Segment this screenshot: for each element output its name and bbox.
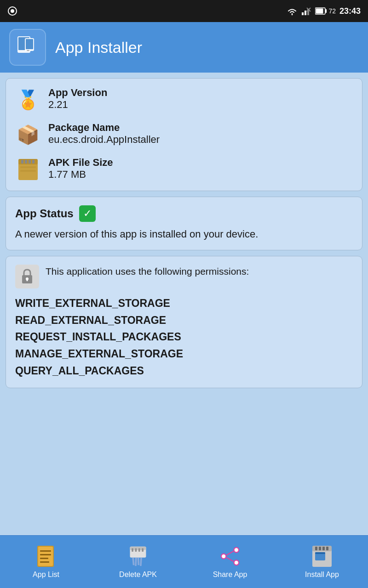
svg-rect-28 xyxy=(40,550,51,552)
app-header-icon xyxy=(9,29,46,66)
shredder-icon xyxy=(127,545,149,568)
notebook-icon xyxy=(35,545,57,568)
svg-point-47 xyxy=(222,554,226,558)
app-header: App Installer xyxy=(0,22,368,73)
main-content: 🏅 App Version 2.21 📦 Package Name eu.ecs… xyxy=(0,73,368,535)
svg-rect-41 xyxy=(140,558,142,566)
svg-rect-22 xyxy=(20,170,36,172)
svg-rect-38 xyxy=(132,558,134,565)
status-checkmark-icon: ✓ xyxy=(79,205,96,222)
svg-point-48 xyxy=(234,548,238,552)
svg-rect-9 xyxy=(316,9,323,14)
svg-rect-35 xyxy=(135,548,137,552)
nav-share-app-label: Share App xyxy=(213,571,247,579)
filesize-value: 1.77 MB xyxy=(48,169,113,181)
record-icon xyxy=(7,6,17,16)
svg-rect-54 xyxy=(322,547,325,550)
svg-line-45 xyxy=(227,551,234,555)
battery-indicator: 72 xyxy=(315,7,336,15)
svg-rect-17 xyxy=(21,160,23,164)
battery-percentage: 72 xyxy=(328,7,336,15)
version-row: 🏅 App Version 2.21 xyxy=(15,87,353,113)
svg-rect-8 xyxy=(325,9,327,13)
version-label: App Version xyxy=(48,87,107,99)
permissions-header: This application uses the following perm… xyxy=(15,265,353,288)
permissions-card: This application uses the following perm… xyxy=(6,256,362,388)
svg-point-1 xyxy=(11,9,14,13)
svg-rect-55 xyxy=(326,547,328,550)
nav-delete-apk[interactable]: Delete APK xyxy=(92,536,184,588)
filesize-text: APK File Size 1.77 MB xyxy=(48,157,113,181)
svg-rect-52 xyxy=(315,547,317,550)
svg-rect-2 xyxy=(302,12,304,15)
nav-app-list-label: App List xyxy=(33,571,59,579)
version-value: 2.21 xyxy=(48,99,107,111)
header-title: App Installer xyxy=(55,39,142,57)
delete-apk-icon xyxy=(126,545,150,568)
svg-rect-3 xyxy=(305,11,306,15)
package-value: eu.ecs.droid.AppInstaller xyxy=(48,134,160,146)
nav-share-app[interactable]: Share App xyxy=(184,536,276,588)
svg-rect-25 xyxy=(27,279,28,281)
svg-rect-19 xyxy=(29,160,31,164)
status-time: 23:43 xyxy=(339,6,361,16)
status-header: App Status ✓ xyxy=(15,205,353,222)
svg-rect-57 xyxy=(315,552,325,554)
sd-install-icon xyxy=(311,545,333,568)
svg-line-46 xyxy=(227,558,234,561)
package-text: Package Name eu.ecs.droid.AppInstaller xyxy=(48,122,160,146)
package-row: 📦 Package Name eu.ecs.droid.AppInstaller xyxy=(15,122,353,147)
svg-rect-40 xyxy=(138,558,139,565)
svg-rect-34 xyxy=(132,548,133,552)
permissions-list: WRITE_EXTERNAL_STORAGE READ_EXTERNAL_STO… xyxy=(15,295,353,379)
app-list-icon xyxy=(34,545,58,568)
svg-rect-30 xyxy=(40,558,48,559)
svg-rect-18 xyxy=(25,160,27,164)
svg-rect-20 xyxy=(32,160,34,164)
lock-icon xyxy=(15,265,39,288)
package-icon: 📦 xyxy=(15,122,41,147)
status-message: A newer version of this app is installed… xyxy=(15,227,353,242)
status-bar-left xyxy=(7,6,17,16)
filesize-row: APK File Size 1.77 MB xyxy=(15,157,353,182)
svg-rect-29 xyxy=(40,554,51,555)
app-status-card: App Status ✓ A newer version of this app… xyxy=(6,197,362,250)
battery-icon xyxy=(315,7,327,15)
filesize-icon xyxy=(15,157,41,182)
wifi-icon xyxy=(287,6,298,16)
lock-svg xyxy=(20,269,34,284)
svg-rect-27 xyxy=(38,547,53,566)
app-info-card: 🏅 App Version 2.21 📦 Package Name eu.ecs… xyxy=(6,78,362,191)
svg-rect-31 xyxy=(40,561,49,563)
svg-rect-14 xyxy=(27,50,29,51)
svg-rect-37 xyxy=(142,548,144,552)
status-bar: 72 23:43 xyxy=(0,0,368,22)
version-text: App Version 2.21 xyxy=(48,87,107,111)
svg-rect-36 xyxy=(138,548,140,552)
svg-rect-21 xyxy=(20,166,36,168)
install-app-icon xyxy=(310,545,334,568)
version-icon: 🏅 xyxy=(15,87,41,113)
permissions-intro: This application uses the following perm… xyxy=(46,265,249,278)
signal-icon xyxy=(301,6,311,16)
nav-app-list[interactable]: App List xyxy=(0,536,92,588)
nav-install-app[interactable]: Install App xyxy=(276,536,368,588)
svg-rect-39 xyxy=(135,558,137,566)
nav-install-app-label: Install App xyxy=(305,571,339,579)
package-label: Package Name xyxy=(48,122,160,134)
share-icon xyxy=(219,545,241,568)
app-installer-icon xyxy=(15,34,40,60)
svg-point-49 xyxy=(234,560,238,565)
status-label: App Status xyxy=(15,207,74,220)
share-app-icon xyxy=(218,545,242,568)
sd-card-icon xyxy=(17,158,39,181)
filesize-label: APK File Size xyxy=(48,157,113,169)
svg-rect-53 xyxy=(319,547,321,550)
nav-delete-apk-label: Delete APK xyxy=(119,571,157,579)
svg-rect-13 xyxy=(26,39,33,49)
bottom-navigation: App List Delete APK xyxy=(0,535,368,588)
